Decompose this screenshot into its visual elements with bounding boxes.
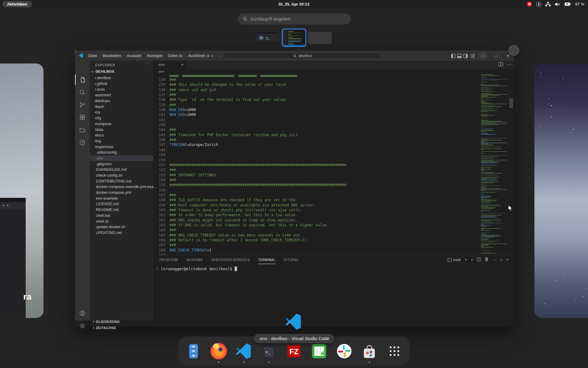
tree-folder-backups[interactable]: backups — [90, 98, 153, 104]
vscode-titlebar[interactable]: DateiBearbeitenAuswahlAnzeigenGehe zuAus… — [75, 51, 514, 61]
outline-section[interactable]: GLIEDERUNG — [90, 318, 153, 324]
dock-slack-icon[interactable] — [335, 342, 353, 360]
tree-folder-compose[interactable]: compose — [90, 121, 153, 127]
dock-libreoffice-calc-icon[interactable] — [310, 342, 328, 360]
menu-bearbeiten[interactable]: Bearbeiten — [100, 51, 124, 61]
extensions-icon[interactable] — [75, 112, 90, 123]
tree-folder-dot-github[interactable]: .github — [90, 81, 153, 87]
vscode-app-badge-icon[interactable] — [285, 313, 303, 332]
split-editor-icon[interactable] — [499, 62, 503, 67]
toggle-sidebar-icon[interactable] — [451, 54, 455, 58]
tab-close-icon[interactable]: × — [181, 63, 183, 67]
gitlens-icon[interactable] — [75, 137, 90, 148]
tree-folder-log[interactable]: log — [90, 138, 153, 144]
tree-file-docker-compose.yml[interactable]: docker-compose.yml — [90, 190, 153, 196]
tree-file-shell.bat[interactable]: shell.bat — [90, 213, 153, 219]
sidebar-more-icon[interactable]: ··· — [145, 61, 149, 66]
explorer-icon[interactable] — [75, 75, 90, 85]
dock-firefox-icon[interactable] — [210, 342, 228, 360]
settings-gear-icon[interactable] — [75, 321, 90, 331]
minimap[interactable] — [480, 74, 508, 254]
minimize-button[interactable]: – — [479, 52, 487, 59]
activities-button[interactable]: Aktivitäten — [2, 1, 32, 7]
menu-anzeigen[interactable]: Anzeigen — [144, 51, 165, 61]
kill-terminal-trash-icon[interactable] — [485, 257, 488, 263]
tree-file-check-config.sh[interactable]: check-config.sh — [90, 173, 153, 178]
terminal-instance-chip[interactable]: › bash — [448, 258, 461, 262]
breadcrumb-item[interactable]: .env — [157, 70, 164, 73]
tree-file-dot-editorconfig[interactable]: .editorconfig — [90, 150, 153, 155]
dock-vscode-icon[interactable] — [235, 342, 253, 360]
customize-layout-icon[interactable] — [471, 54, 475, 58]
tree-folder-cfg[interactable]: cfg — [90, 115, 153, 121]
split-terminal-icon[interactable] — [477, 257, 481, 263]
workspace-left-preview[interactable]: ra — [0, 63, 43, 318]
more-actions-icon[interactable]: ··· — [507, 62, 511, 67]
tree-file-CHANGELOG.md[interactable]: CHANGELOG.md — [90, 167, 153, 173]
system-tray[interactable]: M 97 % — [527, 0, 584, 8]
tree-file-env-example[interactable]: env-example — [90, 195, 153, 201]
editor-code-area[interactable]: 134###135### This should be changed to t… — [153, 74, 480, 255]
tree-folder-dot-tests[interactable]: .tests — [90, 86, 153, 92]
nav-forward-icon[interactable]: › — [219, 51, 221, 61]
toggle-secondary-sidebar-icon[interactable] — [463, 54, 468, 58]
more-panel-icon[interactable]: ··· — [492, 258, 496, 262]
terminal[interactable]: [srueegger@elitebook devilbox]$ — [156, 266, 237, 271]
workspace-thumbnail-3-empty[interactable] — [308, 32, 332, 44]
volume-muted-icon[interactable] — [555, 2, 560, 6]
close-window-overlay-button[interactable] — [508, 45, 519, 56]
nav-back-icon[interactable]: ‹ — [211, 51, 213, 61]
tree-folder-ca[interactable]: ca — [90, 109, 153, 115]
dock-software-icon[interactable] — [360, 342, 378, 360]
tree-file-CONTRIBUTING.md[interactable]: CONTRIBUTING.md — [90, 178, 153, 184]
panel-tab-debugging-konsole[interactable]: DEBUGGING-KONSOLE — [211, 255, 250, 264]
close-panel-icon[interactable]: × — [506, 258, 508, 262]
tree-file-shell.sh[interactable]: shell.sh — [90, 218, 153, 224]
breadcrumb[interactable]: .env — [153, 69, 514, 74]
tree-folder-dot-devilbox[interactable]: .devilbox — [90, 75, 153, 81]
toggle-panel-icon[interactable] — [457, 54, 462, 58]
tree-file-dot-env[interactable]: .env — [90, 155, 153, 161]
clock[interactable]: Di, 25. Apr 20:13 — [279, 0, 310, 8]
terminal-dropdown-icon[interactable]: ∨ — [471, 258, 473, 261]
more-menus-icon[interactable]: ≡ — [204, 53, 212, 58]
tree-file-dot-gitignore[interactable]: .gitignore — [90, 161, 153, 167]
tree-folder-autostart[interactable]: autostart — [90, 92, 153, 98]
menu-datei[interactable]: Datei — [85, 51, 100, 61]
tree-folder-docs[interactable]: docs — [90, 132, 153, 138]
folder-icon[interactable] — [75, 125, 90, 135]
tree-file-UPDATING.md[interactable]: UPDATING.md — [90, 230, 153, 236]
panel-tab-probleme[interactable]: PROBLEME — [160, 255, 179, 264]
dock-terminal-icon[interactable]: >_ — [260, 342, 278, 360]
search-icon[interactable] — [75, 87, 90, 98]
dock-files-icon[interactable] — [185, 342, 202, 360]
tree-root-devilbox[interactable]: DEVILBOX — [90, 68, 153, 75]
tree-folder-supervisor[interactable]: supervisor — [90, 144, 153, 150]
maximize-panel-icon[interactable]: ∧ — [500, 258, 502, 261]
menu-auswahl[interactable]: Auswahl — [124, 51, 144, 61]
tree-file-LICENSE.md[interactable]: LICENSE.md — [90, 201, 153, 207]
workspace-thumbnail-2-selected[interactable] — [282, 29, 306, 47]
tree-file-docker-compose.override.yml-exa…[interactable]: docker-compose.override.yml-exa… — [90, 184, 153, 190]
one-password-icon[interactable] — [536, 2, 541, 7]
command-center-search[interactable]: devilbox — [224, 52, 381, 59]
overview-search-input[interactable]: Suchbegriff eingeben — [238, 13, 351, 25]
maximize-button[interactable]: □ — [492, 52, 500, 59]
panel-tab-ausgabe[interactable]: AUSGABE — [187, 255, 203, 264]
scrollbar-slider[interactable] — [509, 98, 513, 108]
dock-filezilla-icon[interactable]: FZ — [285, 342, 303, 360]
tree-folder-data[interactable]: data — [90, 127, 153, 132]
battery-charging-icon[interactable] — [564, 2, 571, 6]
dock-app-grid-icon[interactable] — [386, 342, 403, 360]
new-terminal-icon[interactable]: + — [465, 258, 467, 262]
workspace-thumbnail-1[interactable] — [257, 32, 279, 44]
account-icon[interactable] — [75, 308, 90, 318]
m-badge-icon[interactable]: M — [527, 2, 532, 7]
panel-tab-terminal[interactable]: TERMINAL — [258, 255, 276, 264]
menu-bar[interactable]: DateiBearbeitenAuswahlAnzeigenGehe zuAus… — [85, 51, 208, 61]
tree-file-update-docker.sh[interactable]: update-docker.sh — [90, 224, 153, 230]
tab-env[interactable]: .env × — [153, 61, 186, 69]
panel-tab-gitlens[interactable]: GITLENS — [284, 255, 298, 264]
workspace-right-preview[interactable] — [534, 63, 588, 318]
tree-file-README.md[interactable]: README.md — [90, 207, 153, 213]
